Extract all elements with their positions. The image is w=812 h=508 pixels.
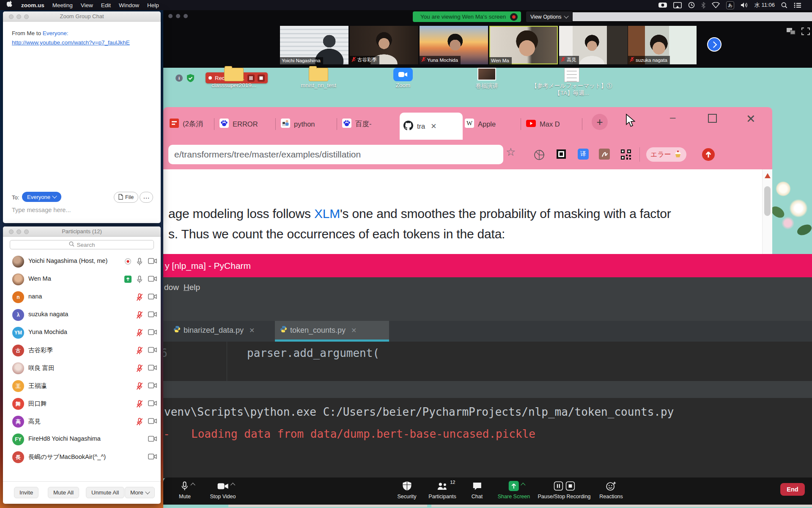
pycharm-editor[interactable]: 6 parser.add_argument( [163, 342, 812, 381]
participant-row[interactable]: 咲良 富田 [3, 359, 161, 377]
gallery-view-icon[interactable] [786, 27, 796, 37]
minimize-button[interactable]: – [670, 111, 675, 123]
scrollbar-thumb[interactable] [764, 186, 771, 216]
tab-token-counts[interactable]: token_counts.py✕ [275, 321, 389, 340]
chat-recipient[interactable]: Everyone: [43, 30, 69, 36]
translate-extension-icon[interactable]: 译 [578, 149, 589, 160]
video-tile[interactable]: Yuna Mochida [420, 26, 488, 64]
camera-icon[interactable] [148, 382, 157, 390]
toolbar-participants[interactable]: 12Participants [428, 480, 456, 500]
mic-muted-icon[interactable] [136, 329, 143, 339]
menu-window-partial[interactable]: dow [164, 283, 179, 292]
maximize-button[interactable] [708, 114, 717, 123]
video-tile[interactable]: Wen Ma [489, 26, 558, 64]
participant-row[interactable]: 王王福瀛 [3, 377, 161, 395]
apple-logo-icon[interactable] [7, 1, 13, 9]
more-options-button[interactable]: … [140, 192, 153, 203]
profile-error-badge[interactable]: エラー [646, 147, 686, 162]
chat-message-link[interactable]: http://www.youtube.com/watch?v=p7_faulJk… [12, 39, 130, 46]
chat-input-placeholder[interactable]: Type message here... [12, 207, 71, 213]
desktop-icon-folder[interactable] [224, 68, 244, 81]
wifi-icon[interactable] [712, 2, 720, 8]
toolbar-mute[interactable]: Mute [179, 480, 191, 500]
participant-row[interactable]: 舞田口舞 [3, 395, 161, 413]
spotlight-icon[interactable] [781, 2, 787, 8]
info-icon[interactable]: i [176, 75, 183, 82]
file-button[interactable]: File [114, 192, 138, 203]
participant-row[interactable]: Wen Ma [3, 271, 161, 288]
recording-icon[interactable] [124, 258, 132, 267]
menu-clock[interactable]: 水 11:06 [754, 1, 775, 9]
screen-record-icon[interactable] [658, 2, 667, 8]
browser-tab-6[interactable]: WApple [461, 116, 524, 133]
input-source-icon[interactable]: あ [726, 1, 734, 9]
mic-icon[interactable] [136, 276, 143, 285]
view-options-button[interactable]: View Options [526, 11, 572, 22]
browser-tab-1[interactable]: (2条消 [166, 116, 217, 133]
menu-item-window[interactable]: Window [119, 2, 139, 8]
camera-icon[interactable] [148, 347, 157, 355]
desktop-icon-label[interactable]: Zoom [396, 82, 411, 88]
camera-icon[interactable] [148, 453, 157, 461]
desktop-icon-zoom[interactable] [393, 68, 413, 81]
toolbar-security[interactable]: Security [397, 480, 416, 500]
mic-muted-icon[interactable] [136, 293, 143, 303]
extension-square-icon[interactable] [557, 149, 566, 159]
scroll-up-arrow-icon[interactable] [764, 173, 771, 180]
shield-check-icon[interactable] [187, 74, 195, 84]
participant-row[interactable]: FYFireHd8 Yoichi Nagashima [3, 431, 161, 448]
next-participants-arrow-button[interactable] [707, 37, 721, 52]
zoom-window-close-dot[interactable] [168, 14, 173, 18]
participant-row[interactable]: 長長嶋のサブMacBookAir(^_^) [3, 448, 161, 466]
mic-muted-icon[interactable] [136, 418, 143, 428]
menu-item-meeting[interactable]: Meeting [52, 2, 73, 8]
mic-muted-icon[interactable] [136, 311, 143, 321]
desktop-icon-doc[interactable] [564, 68, 579, 82]
participant-row[interactable]: 古古谷彩季 [3, 342, 161, 359]
stop-recording-icon[interactable] [258, 75, 265, 82]
video-tile[interactable]: 古谷彩季 [350, 26, 418, 64]
camera-icon[interactable] [148, 276, 157, 284]
pause-recording-icon[interactable] [247, 75, 255, 82]
desktop-icon-label[interactable]: mnist_nn_test [301, 82, 336, 88]
tab-close-icon[interactable]: ✕ [249, 326, 255, 334]
zoom-window-zoom-dot[interactable] [184, 14, 188, 18]
tab-binarized-data[interactable]: binarized_data.py✕ [168, 321, 255, 340]
camera-icon[interactable] [148, 400, 157, 408]
end-meeting-button[interactable]: End [780, 483, 805, 496]
camera-icon[interactable] [148, 436, 157, 444]
browser-tab-2[interactable]: ERROR [216, 116, 278, 133]
address-bar[interactable]: e/transformers/tree/master/examples/dist… [168, 145, 503, 164]
menu-item-view[interactable]: View [81, 2, 93, 8]
tab-close-icon[interactable]: ✕ [431, 122, 436, 131]
zoom-window-minimize-dot[interactable] [176, 14, 180, 18]
pycharm-console[interactable]: venv\Scripts\python.exe C:/Users/beier/P… [163, 398, 812, 478]
toolbar-reactions[interactable]: Reactions [599, 480, 623, 500]
toolbar-chat[interactable]: Chat [472, 480, 483, 500]
browser-tab-4[interactable]: 百度- [338, 116, 401, 133]
toolbar-stop-video[interactable]: Stop Video [210, 480, 236, 500]
participants-search-input[interactable]: Search [10, 240, 154, 249]
new-tab-button[interactable]: + [592, 114, 608, 130]
mic-muted-icon[interactable] [136, 382, 143, 392]
participant-row[interactable]: λsuzuka nagata [3, 306, 161, 324]
time-machine-icon[interactable] [688, 2, 695, 8]
caret-up-icon[interactable] [230, 483, 235, 487]
desktop-icon-image[interactable] [477, 68, 496, 80]
sharing-icon[interactable] [124, 276, 132, 284]
mic-muted-icon[interactable] [136, 364, 143, 374]
control-center-icon[interactable] [794, 3, 801, 8]
browser-scrollbar[interactable] [762, 169, 772, 256]
participants-button-unmute-all[interactable]: Unmute All [86, 487, 124, 498]
menu-item-edit[interactable]: Edit [101, 2, 111, 8]
menu-help[interactable]: Help [184, 283, 200, 292]
browser-tab-3[interactable]: python [277, 116, 340, 133]
camera-icon[interactable] [148, 311, 157, 319]
display-mirroring-icon[interactable] [673, 2, 682, 8]
mic-icon[interactable] [136, 258, 143, 268]
participant-row[interactable]: Yoichi Nagashima (Host, me) [3, 253, 161, 271]
desktop-icon-folder[interactable] [309, 68, 328, 81]
qr-code-extension-icon[interactable] [621, 149, 631, 161]
tab-close-icon[interactable]: ✕ [351, 326, 357, 334]
camera-icon[interactable] [148, 364, 157, 373]
